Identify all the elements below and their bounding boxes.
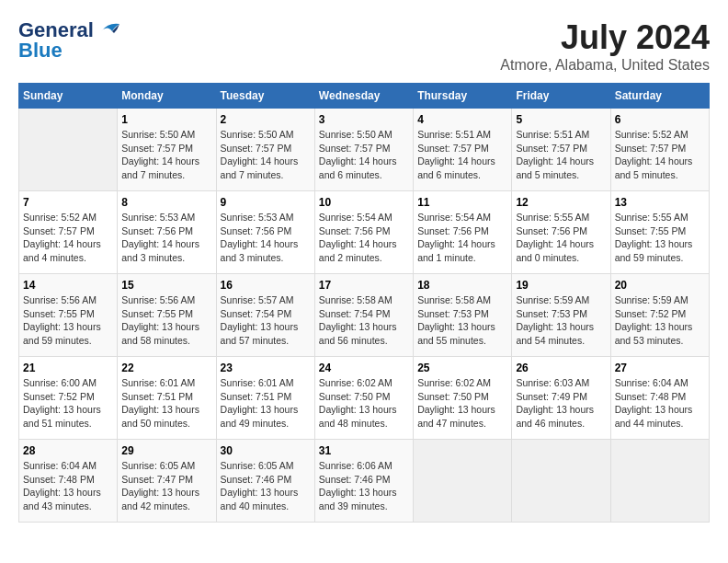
calendar-cell: 10Sunrise: 5:54 AM Sunset: 7:56 PM Dayli… <box>314 191 413 274</box>
calendar-cell: 29Sunrise: 6:05 AM Sunset: 7:47 PM Dayli… <box>118 440 216 523</box>
cell-content: Sunrise: 5:50 AM Sunset: 7:57 PM Dayligh… <box>221 128 311 182</box>
calendar-week-2: 7Sunrise: 5:52 AM Sunset: 7:57 PM Daylig… <box>19 191 710 274</box>
date-number: 30 <box>221 444 311 457</box>
calendar-cell: 27Sunrise: 6:04 AM Sunset: 7:48 PM Dayli… <box>610 357 709 440</box>
date-number: 13 <box>615 196 705 209</box>
date-number: 31 <box>319 444 409 457</box>
cell-content: Sunrise: 5:53 AM Sunset: 7:56 PM Dayligh… <box>121 211 211 265</box>
date-number: 2 <box>221 113 311 126</box>
date-number: 14 <box>23 279 113 292</box>
cell-content: Sunrise: 5:58 AM Sunset: 7:53 PM Dayligh… <box>417 293 507 348</box>
calendar-cell: 15Sunrise: 5:56 AM Sunset: 7:55 PM Dayli… <box>118 274 216 357</box>
calendar-cell: 22Sunrise: 6:01 AM Sunset: 7:51 PM Dayli… <box>118 357 216 440</box>
calendar-cell: 25Sunrise: 6:02 AM Sunset: 7:50 PM Dayli… <box>414 357 512 440</box>
date-number: 15 <box>121 279 211 292</box>
cell-content: Sunrise: 6:00 AM Sunset: 7:52 PM Dayligh… <box>23 376 113 431</box>
cell-content: Sunrise: 5:51 AM Sunset: 7:57 PM Dayligh… <box>516 128 606 182</box>
calendar-cell: 5Sunrise: 5:51 AM Sunset: 7:57 PM Daylig… <box>512 109 610 191</box>
calendar-cell: 8Sunrise: 5:53 AM Sunset: 7:56 PM Daylig… <box>118 191 216 274</box>
column-header-tuesday: Tuesday <box>216 84 314 109</box>
calendar-cell: 17Sunrise: 5:58 AM Sunset: 7:54 PM Dayli… <box>314 274 413 357</box>
calendar-cell: 24Sunrise: 6:02 AM Sunset: 7:50 PM Dayli… <box>314 357 413 440</box>
cell-content: Sunrise: 5:56 AM Sunset: 7:55 PM Dayligh… <box>121 293 211 348</box>
calendar-cell <box>19 109 118 191</box>
cell-content: Sunrise: 6:06 AM Sunset: 7:46 PM Dayligh… <box>319 459 409 513</box>
column-header-wednesday: Wednesday <box>314 84 413 109</box>
calendar-cell: 4Sunrise: 5:51 AM Sunset: 7:57 PM Daylig… <box>414 109 512 191</box>
date-number: 10 <box>319 196 409 209</box>
cell-content: Sunrise: 5:52 AM Sunset: 7:57 PM Dayligh… <box>615 128 705 182</box>
column-header-saturday: Saturday <box>610 84 709 109</box>
location-subtitle: Atmore, Alabama, United States <box>500 57 710 74</box>
date-number: 27 <box>615 362 705 374</box>
calendar-cell: 18Sunrise: 5:58 AM Sunset: 7:53 PM Dayli… <box>414 274 512 357</box>
calendar-week-3: 14Sunrise: 5:56 AM Sunset: 7:55 PM Dayli… <box>19 274 710 357</box>
cell-content: Sunrise: 5:52 AM Sunset: 7:57 PM Dayligh… <box>23 211 113 265</box>
calendar-cell: 30Sunrise: 6:05 AM Sunset: 7:46 PM Dayli… <box>216 440 314 523</box>
calendar-cell: 11Sunrise: 5:54 AM Sunset: 7:56 PM Dayli… <box>414 191 512 274</box>
date-number: 25 <box>417 362 507 374</box>
calendar-cell: 23Sunrise: 6:01 AM Sunset: 7:51 PM Dayli… <box>216 357 314 440</box>
cell-content: Sunrise: 5:59 AM Sunset: 7:52 PM Dayligh… <box>615 293 705 348</box>
date-number: 23 <box>221 362 311 374</box>
date-number: 8 <box>121 196 211 209</box>
cell-content: Sunrise: 5:53 AM Sunset: 7:56 PM Dayligh… <box>221 211 311 265</box>
date-number: 19 <box>516 279 606 292</box>
logo-bird-icon <box>96 20 121 40</box>
calendar-cell <box>512 440 610 523</box>
logo-blue: Blue <box>18 39 63 63</box>
calendar-cell: 9Sunrise: 5:53 AM Sunset: 7:56 PM Daylig… <box>216 191 314 274</box>
cell-content: Sunrise: 6:02 AM Sunset: 7:50 PM Dayligh… <box>319 376 409 431</box>
calendar-cell: 16Sunrise: 5:57 AM Sunset: 7:54 PM Dayli… <box>216 274 314 357</box>
month-year-title: July 2024 <box>500 18 710 57</box>
cell-content: Sunrise: 6:02 AM Sunset: 7:50 PM Dayligh… <box>417 376 507 431</box>
header-row: SundayMondayTuesdayWednesdayThursdayFrid… <box>19 84 710 109</box>
cell-content: Sunrise: 6:01 AM Sunset: 7:51 PM Dayligh… <box>221 376 311 431</box>
date-number: 4 <box>417 113 507 126</box>
cell-content: Sunrise: 6:03 AM Sunset: 7:49 PM Dayligh… <box>516 376 606 431</box>
cell-content: Sunrise: 5:50 AM Sunset: 7:57 PM Dayligh… <box>121 128 211 182</box>
column-header-friday: Friday <box>512 84 610 109</box>
calendar-cell: 19Sunrise: 5:59 AM Sunset: 7:53 PM Dayli… <box>512 274 610 357</box>
cell-content: Sunrise: 6:01 AM Sunset: 7:51 PM Dayligh… <box>121 376 211 431</box>
cell-content: Sunrise: 5:54 AM Sunset: 7:56 PM Dayligh… <box>417 211 507 265</box>
column-header-thursday: Thursday <box>414 84 512 109</box>
calendar-cell: 28Sunrise: 6:04 AM Sunset: 7:48 PM Dayli… <box>19 440 118 523</box>
date-number: 24 <box>319 362 409 374</box>
calendar-cell: 6Sunrise: 5:52 AM Sunset: 7:57 PM Daylig… <box>610 109 709 191</box>
calendar-cell: 1Sunrise: 5:50 AM Sunset: 7:57 PM Daylig… <box>118 109 216 191</box>
cell-content: Sunrise: 5:50 AM Sunset: 7:57 PM Dayligh… <box>319 128 409 182</box>
cell-content: Sunrise: 6:04 AM Sunset: 7:48 PM Dayligh… <box>23 459 113 513</box>
date-number: 18 <box>417 279 507 292</box>
date-number: 1 <box>121 113 211 126</box>
cell-content: Sunrise: 5:55 AM Sunset: 7:55 PM Dayligh… <box>615 211 705 265</box>
date-number: 17 <box>319 279 409 292</box>
date-number: 22 <box>121 362 211 374</box>
calendar-cell: 12Sunrise: 5:55 AM Sunset: 7:56 PM Dayli… <box>512 191 610 274</box>
title-section: July 2024 Atmore, Alabama, United States <box>500 18 710 74</box>
calendar-cell <box>414 440 512 523</box>
date-number: 5 <box>516 113 606 126</box>
cell-content: Sunrise: 6:05 AM Sunset: 7:46 PM Dayligh… <box>221 459 311 513</box>
cell-content: Sunrise: 6:04 AM Sunset: 7:48 PM Dayligh… <box>615 376 705 431</box>
calendar-cell <box>610 440 709 523</box>
date-number: 20 <box>615 279 705 292</box>
date-number: 9 <box>221 196 311 209</box>
date-number: 26 <box>516 362 606 374</box>
cell-content: Sunrise: 5:51 AM Sunset: 7:57 PM Dayligh… <box>417 128 507 182</box>
cell-content: Sunrise: 5:56 AM Sunset: 7:55 PM Dayligh… <box>23 293 113 348</box>
calendar-cell: 2Sunrise: 5:50 AM Sunset: 7:57 PM Daylig… <box>216 109 314 191</box>
column-header-sunday: Sunday <box>19 84 118 109</box>
column-header-monday: Monday <box>118 84 216 109</box>
date-number: 3 <box>319 113 409 126</box>
logo: General Blue <box>18 18 121 63</box>
calendar-table: SundayMondayTuesdayWednesdayThursdayFrid… <box>18 83 710 523</box>
date-number: 16 <box>221 279 311 292</box>
cell-content: Sunrise: 5:59 AM Sunset: 7:53 PM Dayligh… <box>516 293 606 348</box>
calendar-cell: 26Sunrise: 6:03 AM Sunset: 7:49 PM Dayli… <box>512 357 610 440</box>
cell-content: Sunrise: 5:58 AM Sunset: 7:54 PM Dayligh… <box>319 293 409 348</box>
date-number: 28 <box>23 444 113 457</box>
calendar-week-1: 1Sunrise: 5:50 AM Sunset: 7:57 PM Daylig… <box>19 109 710 191</box>
cell-content: Sunrise: 5:54 AM Sunset: 7:56 PM Dayligh… <box>319 211 409 265</box>
cell-content: Sunrise: 5:55 AM Sunset: 7:56 PM Dayligh… <box>516 211 606 265</box>
